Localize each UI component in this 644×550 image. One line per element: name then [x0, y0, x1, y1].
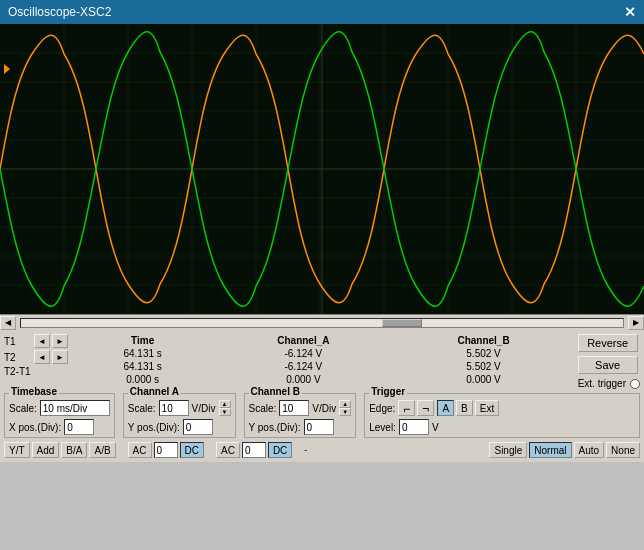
t2-cha: -6.124 V	[213, 360, 393, 373]
channel-a-ypos-row: Y pos.(Div):	[128, 419, 231, 435]
table-row-t2t1: 0.000 s 0.000 V 0.000 V	[72, 373, 574, 386]
channel-b-ypos-row: Y pos.(Div):	[249, 419, 352, 435]
table-row-t1: 64.131 s -6.124 V 5.502 V	[72, 347, 574, 360]
scroll-track[interactable]	[20, 318, 624, 328]
measurements-table: Time Channel_A Channel_B 64.131 s -6.124…	[72, 334, 574, 389]
ext-trigger-radio[interactable]	[630, 379, 640, 389]
channel-a-scale-input[interactable]	[159, 400, 189, 416]
table-row-t2: 64.131 s -6.124 V 5.502 V	[72, 360, 574, 373]
t2-chb: 5.502 V	[393, 360, 573, 373]
cursor-t1-left[interactable]: ◄	[34, 334, 50, 348]
ext-trigger-label: Ext. trigger	[578, 378, 626, 389]
cursor-t1-label: T1	[4, 336, 32, 347]
col-ch-a: Channel_A	[213, 334, 393, 347]
cursor-t2-left[interactable]: ◄	[34, 350, 50, 364]
channel-b-ypos-input[interactable]	[304, 419, 334, 435]
auto-button[interactable]: Auto	[574, 442, 605, 458]
scope-display	[0, 24, 644, 314]
channel-a-scale-unit: V/Div	[192, 403, 216, 414]
controls-row: Timebase Scale: X pos.(Div): Channel A S…	[4, 393, 640, 438]
scroll-right-button[interactable]: ▶	[628, 316, 644, 330]
trigger-edge-label: Edge:	[369, 403, 395, 414]
trigger-edge-fall[interactable]: ¬	[417, 400, 434, 416]
cursor-t2t1-label: T2-T1	[4, 366, 32, 377]
none-button[interactable]: None	[606, 442, 640, 458]
scope-canvas	[0, 24, 644, 314]
trigger-level-unit: V	[432, 422, 439, 433]
channel-b-spinner[interactable]: ▲ ▼	[339, 400, 351, 416]
trigger-label: Trigger	[369, 386, 407, 397]
trigger-level-row: Level: V	[369, 419, 635, 435]
timebase-scale-input[interactable]	[40, 400, 110, 416]
channel-a-scale-row: Scale: V/Div ▲ ▼	[128, 400, 231, 416]
scroll-left-button[interactable]: ◀	[0, 316, 16, 330]
channel-b-group: Channel B Scale: V/Div ▲ ▼ Y pos.(Div):	[244, 393, 357, 438]
channel-b-scale-unit: V/Div	[312, 403, 336, 414]
yt-button[interactable]: Y/T	[4, 442, 30, 458]
measurements-row: T1 ◄ ► T2 ◄ ► T2-T1 Time Channel_A Cha	[4, 334, 640, 389]
cursor-t1-right[interactable]: ►	[52, 334, 68, 348]
single-button[interactable]: Single	[489, 442, 527, 458]
t2-time: 64.131 s	[72, 360, 213, 373]
dc2-button[interactable]: DC	[268, 442, 292, 458]
ba-button[interactable]: B/A	[61, 442, 87, 458]
trigger-level-input[interactable]	[399, 419, 429, 435]
window-title: Oscilloscope-XSC2	[8, 5, 111, 19]
timebase-xpos-input[interactable]	[64, 419, 94, 435]
timebase-label: Timebase	[9, 386, 59, 397]
channel-a-scale-label: Scale:	[128, 403, 156, 414]
channel-a-spinner[interactable]: ▲ ▼	[219, 400, 231, 416]
timebase-xpos-row: X pos.(Div):	[9, 419, 110, 435]
ac2-button[interactable]: AC	[216, 442, 240, 458]
col-time: Time	[72, 334, 213, 347]
cursor-t2t1-row: T2-T1	[4, 366, 68, 377]
trigger-edge-buttons: ⌐ ¬	[398, 400, 434, 416]
channel-b-scale-label: Scale:	[249, 403, 277, 414]
scroll-thumb[interactable]	[382, 319, 422, 327]
minus-label: -	[304, 445, 307, 455]
trigger-edge-row: Edge: ⌐ ¬ A B Ext	[369, 400, 635, 416]
reverse-button[interactable]: Reverse	[578, 334, 638, 352]
ab-button[interactable]: A/B	[89, 442, 115, 458]
channel-b-up[interactable]: ▲	[339, 400, 351, 408]
save-button[interactable]: Save	[578, 356, 638, 374]
col-ch-b: Channel_B	[393, 334, 573, 347]
channel-b-label: Channel B	[249, 386, 302, 397]
t1-time: 64.131 s	[72, 347, 213, 360]
trigger-edge-rise[interactable]: ⌐	[398, 400, 415, 416]
channel-b-scale-input[interactable]	[279, 400, 309, 416]
channel-a-ypos-input[interactable]	[183, 419, 213, 435]
dc1-button[interactable]: DC	[180, 442, 204, 458]
t1-chb: 5.502 V	[393, 347, 573, 360]
timebase-xpos-label: X pos.(Div):	[9, 422, 61, 433]
channel-b-down[interactable]: ▼	[339, 408, 351, 416]
timebase-scale-label: Scale:	[9, 403, 37, 414]
ac1-button[interactable]: AC	[128, 442, 152, 458]
cursor-t1-row: T1 ◄ ►	[4, 334, 68, 348]
close-button[interactable]: ✕	[624, 5, 636, 19]
ext-trigger-row: Ext. trigger	[578, 378, 640, 389]
t2t1-time: 0.000 s	[72, 373, 213, 386]
timebase-scale-row: Scale:	[9, 400, 110, 416]
bottom-buttons-row: Y/T Add B/A A/B AC DC AC DC - Single Nor…	[4, 442, 640, 458]
cursor-t2-right[interactable]: ►	[52, 350, 68, 364]
channel-a-down[interactable]: ▼	[219, 408, 231, 416]
trigger-source-ext[interactable]: Ext	[475, 400, 499, 416]
normal-button[interactable]: Normal	[529, 442, 571, 458]
cursor-t2-label: T2	[4, 352, 32, 363]
title-bar: Oscilloscope-XSC2 ✕	[0, 0, 644, 24]
right-buttons: Reverse Save Ext. trigger	[578, 334, 640, 389]
trigger-source-a[interactable]: A	[437, 400, 454, 416]
add-button[interactable]: Add	[32, 442, 60, 458]
ch-b-coupling-input[interactable]	[242, 442, 266, 458]
bottom-panel: T1 ◄ ► T2 ◄ ► T2-T1 Time Channel_A Cha	[0, 330, 644, 462]
cursor-t2-row: T2 ◄ ►	[4, 350, 68, 364]
trigger-source-b[interactable]: B	[456, 400, 473, 416]
channel-a-up[interactable]: ▲	[219, 400, 231, 408]
t2t1-cha: 0.000 V	[213, 373, 393, 386]
timebase-group: Timebase Scale: X pos.(Div):	[4, 393, 115, 438]
ch-a-coupling-input[interactable]	[154, 442, 178, 458]
scrollbar[interactable]: ◀ ▶	[0, 314, 644, 330]
channel-a-group: Channel A Scale: V/Div ▲ ▼ Y pos.(Div):	[123, 393, 236, 438]
channel-b-scale-row: Scale: V/Div ▲ ▼	[249, 400, 352, 416]
